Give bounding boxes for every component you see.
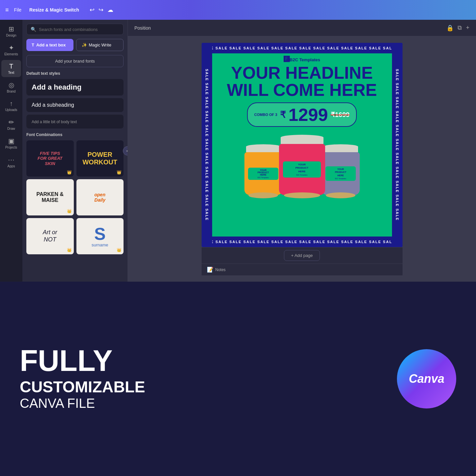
price-old: ₹1699 xyxy=(331,111,350,119)
main-layout: ⊞ Design ✦ Elements T Text ◎ Brand ↑ Upl… xyxy=(0,20,476,282)
price-section: COMBO OF 3 ₹ 1299 ₹1699 xyxy=(247,102,357,127)
jar-right-lid xyxy=(323,144,358,152)
add-text-box-button[interactable]: T Add a text box xyxy=(26,39,73,51)
canvas-scroll[interactable]: SALE SALE SALE SALE SALE SALE SALE SALE … xyxy=(128,36,476,282)
sidebar-label-uploads: Uploads xyxy=(5,108,17,112)
app-title: Resize & Magic Switch xyxy=(29,7,79,13)
text-actions-row: T Add a text box ✨ Magic Write xyxy=(26,39,124,51)
menu-icon[interactable]: ≡ xyxy=(5,7,9,14)
top-bar: ≡ File Resize & Magic Switch ↩ ↪ ☁ xyxy=(0,0,476,20)
sale-text-right: SALE SALE SALE SALE SALE SALE SALE SALE … xyxy=(395,69,399,221)
sidebar-item-text[interactable]: T Text xyxy=(1,60,21,77)
promo-title-line1: FULLY xyxy=(20,347,397,375)
sidebar-item-design[interactable]: ⊞ Design xyxy=(1,22,21,40)
add-brand-fonts-button[interactable]: Add your brand fonts xyxy=(26,55,124,67)
canva-logo-text: Canva xyxy=(409,372,444,386)
font-combo-1[interactable]: FIVE TIPSFOR GREATSKIN 👑 xyxy=(26,140,74,177)
lock-icon[interactable]: 🔒 xyxy=(446,24,454,32)
elements-icon: ✦ xyxy=(9,44,14,52)
copy-icon[interactable]: ⧉ xyxy=(458,24,462,32)
font-combo-2[interactable]: POWERWORKOUT 👑 xyxy=(76,140,124,177)
design-icon: ⊞ xyxy=(9,25,14,33)
jar-right: YOURPRODUCTHERE B2C Templates xyxy=(322,144,360,198)
sale-border-top: SALE SALE SALE SALE SALE SALE SALE SALE … xyxy=(202,43,403,53)
jar-center-base xyxy=(284,192,320,198)
crown-icon-1: 👑 xyxy=(67,170,72,175)
jar-left-lid xyxy=(246,144,281,152)
rupee-symbol: ₹ xyxy=(280,109,286,120)
promo-title-line3: CANVA FILE xyxy=(20,396,397,411)
sidebar-label-projects: Projects xyxy=(5,146,17,149)
sidebar-label-draw: Draw xyxy=(7,127,15,130)
jar-center-sublabel: B2C Templates xyxy=(286,174,318,176)
sidebar-label-brand: Brand xyxy=(7,90,16,93)
jar-right-base xyxy=(326,192,355,198)
sidebar-item-apps[interactable]: ⋯ Apps xyxy=(1,153,21,171)
combo-6-letter: S xyxy=(92,225,108,242)
file-menu[interactable]: File xyxy=(14,7,22,13)
font-combo-3[interactable]: PARKEN &MAISE 👑 xyxy=(26,179,74,215)
cloud-save-icon[interactable]: ☁ xyxy=(107,6,113,14)
body-label: Add a little bit of body text xyxy=(32,120,77,124)
combo-4-text: openDaily xyxy=(95,192,105,203)
add-heading-item[interactable]: Add a heading xyxy=(26,79,124,96)
sidebar-item-elements[interactable]: ✦ Elements xyxy=(1,41,21,59)
design-canvas[interactable]: SALE SALE SALE SALE SALE SALE SALE SALE … xyxy=(202,43,403,247)
crown-icon-5: 👑 xyxy=(67,248,72,252)
search-box[interactable]: 🔍 xyxy=(26,24,124,35)
crown-icon-6: 👑 xyxy=(117,248,122,252)
top-bar-actions: ↩ ↪ ☁ xyxy=(90,6,113,14)
text-icon: T xyxy=(9,63,13,70)
sale-border-bottom: SALE SALE SALE SALE SALE SALE SALE SALE … xyxy=(202,237,403,247)
crown-icon-2: 👑 xyxy=(117,170,122,175)
notes-bar: 📝 Notes xyxy=(202,264,403,275)
canvas-area: Position 🔒 ⧉ + SALE SALE SALE SALE SALE … xyxy=(128,20,476,282)
jar-right-label: YOURPRODUCTHERE B2C Templates xyxy=(325,166,356,181)
sidebar-item-draw[interactable]: ✏ Draw xyxy=(1,116,21,133)
sidebar-item-projects[interactable]: ▣ Projects xyxy=(1,134,21,152)
add-subheading-item[interactable]: Add a subheading xyxy=(26,98,124,112)
add-text-box-label: Add a text box xyxy=(36,42,66,47)
jar-center-label: YOURPRODUCTHERE B2C Templates xyxy=(283,161,321,178)
combo-label: COMBO OF 3 xyxy=(254,113,277,117)
add-icon[interactable]: + xyxy=(466,24,469,32)
combo-1-text: FIVE TIPSFOR GREATSKIN xyxy=(38,151,63,166)
headline-line2: WILL COME HERE xyxy=(227,81,377,98)
canvas-wrapper: SALE SALE SALE SALE SALE SALE SALE SALE … xyxy=(202,43,403,275)
jar-center: YOURPRODUCTHERE B2C Templates xyxy=(279,135,325,198)
products-row: YOURPRODUCTHERE B2C Templates xyxy=(244,135,360,198)
search-input[interactable] xyxy=(39,27,119,32)
sidebar-item-brand[interactable]: ◎ Brand xyxy=(1,78,21,96)
canvas-bottom-bar: + Add page xyxy=(202,247,403,264)
add-body-item[interactable]: Add a little bit of body text xyxy=(26,115,124,128)
add-page-button[interactable]: + Add page xyxy=(284,250,320,261)
jar-center-body: YOURPRODUCTHERE B2C Templates xyxy=(279,144,325,195)
collapse-panel-button[interactable]: ◀ xyxy=(123,146,128,155)
undo-icon[interactable]: ↩ xyxy=(90,6,95,14)
font-combos-grid: FIVE TIPSFOR GREATSKIN 👑 POWERWORKOUT 👑 … xyxy=(26,140,124,254)
canva-logo: Canva xyxy=(397,349,456,408)
font-combo-4[interactable]: openDaily xyxy=(76,179,124,215)
add-brand-fonts-label: Add your brand fonts xyxy=(55,59,95,64)
apps-icon: ⋯ xyxy=(8,156,14,164)
default-styles-title: Default text styles xyxy=(26,71,124,76)
sale-border-right: SALE SALE SALE SALE SALE SALE SALE SALE … xyxy=(392,43,403,247)
jar-left-base xyxy=(248,192,278,198)
brand-logo: 🅱B2C Templates xyxy=(284,56,320,63)
promo-section: FULLY CUSTOMIZABLE CANVA FILE Canva xyxy=(0,282,476,476)
jar-right-sublabel: B2C Templates xyxy=(327,178,354,180)
combo-3-text: PARKEN &MAISE xyxy=(37,191,64,203)
icon-sidebar: ⊞ Design ✦ Elements T Text ◎ Brand ↑ Upl… xyxy=(0,20,22,282)
promo-text-block: FULLY CUSTOMIZABLE CANVA FILE xyxy=(20,347,397,411)
headline-line1: YOUR HEADLINE xyxy=(227,64,377,81)
draw-icon: ✏ xyxy=(9,118,14,126)
font-combo-6[interactable]: S surname 👑 xyxy=(76,218,124,254)
combo-5-text: Art orNOT xyxy=(43,229,57,243)
magic-write-button[interactable]: ✨ Magic Write xyxy=(76,39,124,51)
sale-text-left: SALE SALE SALE SALE SALE SALE SALE SALE … xyxy=(205,69,209,221)
sidebar-item-uploads[interactable]: ↑ Uploads xyxy=(1,97,21,114)
combo-2-text: POWERWORKOUT xyxy=(82,151,117,166)
font-combo-5[interactable]: Art orNOT 👑 xyxy=(26,218,74,254)
jar-right-body: YOURPRODUCTHERE B2C Templates xyxy=(322,152,360,195)
redo-icon[interactable]: ↪ xyxy=(98,6,103,14)
